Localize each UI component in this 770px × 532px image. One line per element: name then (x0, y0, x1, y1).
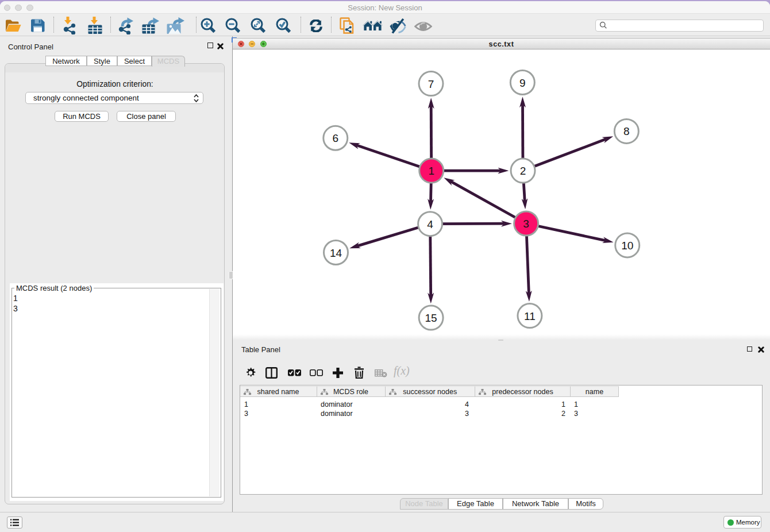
svg-text:1: 1 (428, 165, 434, 177)
svg-text:7: 7 (428, 78, 434, 90)
svg-text:11: 11 (524, 310, 536, 322)
svg-text:15: 15 (425, 312, 437, 324)
svg-text:2: 2 (520, 165, 526, 177)
svg-text:6: 6 (333, 132, 339, 144)
svg-text:8: 8 (623, 125, 630, 137)
svg-text:9: 9 (519, 77, 526, 89)
svg-text:3: 3 (523, 218, 529, 230)
svg-text:14: 14 (330, 247, 342, 259)
svg-text:10: 10 (621, 240, 633, 252)
svg-text:4: 4 (427, 218, 433, 230)
